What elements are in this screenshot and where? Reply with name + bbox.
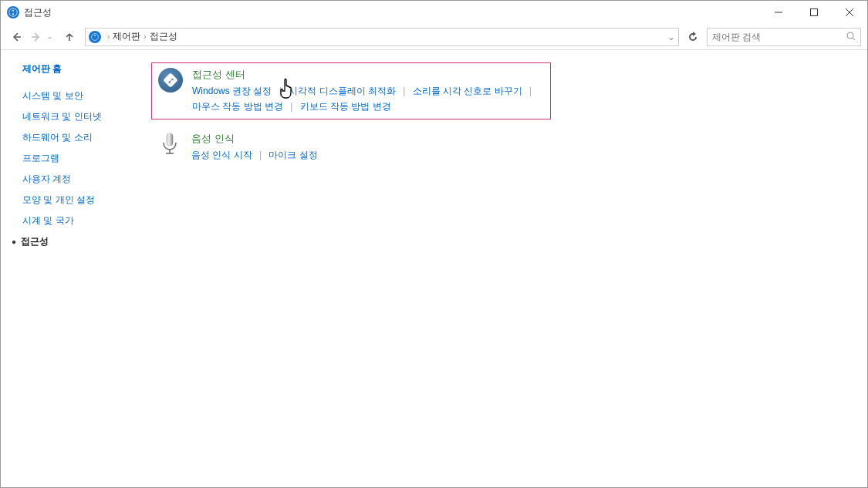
link-optimize-display[interactable]: 시각적 디스플레이 최적화 xyxy=(289,86,396,96)
sidebar-item-appearance[interactable]: 모양 및 개인 설정 xyxy=(22,194,151,207)
svg-rect-11 xyxy=(167,133,173,146)
close-button[interactable] xyxy=(832,1,867,24)
sidebar-item-programs[interactable]: 프로그램 xyxy=(22,152,151,165)
search-box[interactable] xyxy=(707,28,861,46)
search-input[interactable] xyxy=(712,32,846,42)
sidebar-item-clock[interactable]: 시계 및 국가 xyxy=(22,214,151,227)
category-title-speech[interactable]: 음성 인식 xyxy=(191,132,543,146)
link-mic-setup[interactable]: 마이크 설정 xyxy=(269,150,317,160)
link-separator: | xyxy=(290,101,292,112)
sidebar-item-accounts[interactable]: 사용자 계정 xyxy=(22,173,151,186)
link-separator: | xyxy=(529,86,532,96)
content-area: 제어판 홈 시스템 및 보안 네트워크 및 인터넷 하드웨어 및 소리 프로그램… xyxy=(1,50,867,487)
sidebar-home[interactable]: 제어판 홈 xyxy=(22,62,151,76)
link-separator: | xyxy=(259,150,262,160)
accessibility-icon xyxy=(158,68,183,93)
link-separator: | xyxy=(279,86,282,96)
link-mouse-behavior[interactable]: 마우스 작동 방법 변경 xyxy=(192,101,283,112)
bullet-icon: ● xyxy=(12,237,16,246)
sidebar-item-hardware[interactable]: 하드웨어 및 소리 xyxy=(22,131,151,144)
link-separator: | xyxy=(403,86,405,96)
link-start-speech[interactable]: 음성 인식 시작 xyxy=(191,150,252,160)
svg-rect-2 xyxy=(811,9,818,16)
sidebar: 제어판 홈 시스템 및 보안 네트워크 및 인터넷 하드웨어 및 소리 프로그램… xyxy=(1,62,151,487)
category-title-accessibility[interactable]: 접근성 센터 xyxy=(192,68,542,82)
category-speech: 음성 인식 음성 인식 시작 | 마이크 설정 xyxy=(151,127,551,167)
navigation-bar: ⌄ › 제어판 › 접근성 ⌄ xyxy=(1,24,867,50)
refresh-button[interactable] xyxy=(684,28,702,46)
search-icon xyxy=(846,30,856,44)
minimize-button[interactable] xyxy=(761,1,796,24)
chevron-down-icon[interactable]: ⌄ xyxy=(667,32,675,42)
sidebar-item-accessibility[interactable]: 접근성 xyxy=(21,235,49,248)
control-panel-icon xyxy=(89,31,101,43)
window-titlebar: 접근성 xyxy=(1,1,867,24)
svg-line-9 xyxy=(853,38,855,40)
window-title: 접근성 xyxy=(24,6,52,19)
link-keyboard-behavior[interactable]: 키보드 작동 방법 변경 xyxy=(300,101,391,112)
link-windows-recommended[interactable]: Windows 권장 설정 xyxy=(192,86,272,96)
maximize-button[interactable] xyxy=(796,1,832,24)
forward-button[interactable] xyxy=(27,28,46,46)
up-button[interactable] xyxy=(60,28,79,46)
breadcrumb-separator: › xyxy=(107,32,110,41)
breadcrumb-item[interactable]: 제어판 xyxy=(113,30,140,43)
breadcrumb-separator: › xyxy=(144,32,146,41)
svg-point-8 xyxy=(847,32,853,39)
app-icon xyxy=(7,6,19,19)
category-accessibility: 접근성 센터 Windows 권장 설정 | 시각적 디스플레이 최적화 | 소… xyxy=(151,62,551,119)
history-dropdown[interactable]: ⌄ xyxy=(47,33,52,40)
microphone-icon xyxy=(157,132,182,156)
link-sound-visual[interactable]: 소리를 시각 신호로 바꾸기 xyxy=(413,86,522,96)
back-button[interactable] xyxy=(7,28,25,46)
sidebar-item-network[interactable]: 네트워크 및 인터넷 xyxy=(22,110,151,123)
breadcrumb-item[interactable]: 접근성 xyxy=(150,30,177,43)
breadcrumb-bar[interactable]: › 제어판 › 접근성 ⌄ xyxy=(85,28,679,46)
main-panel: 접근성 센터 Windows 권장 설정 | 시각적 디스플레이 최적화 | 소… xyxy=(151,62,867,487)
sidebar-item-system[interactable]: 시스템 및 보안 xyxy=(22,89,151,103)
